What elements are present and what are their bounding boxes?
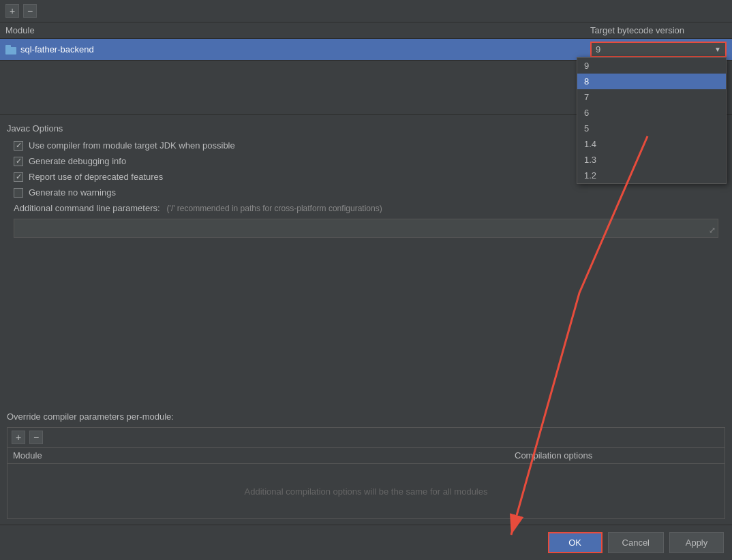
ok-button[interactable]: OK — [548, 532, 603, 553]
override-table-header: Module Compilation options — [7, 448, 725, 464]
bytecode-select[interactable]: 9 ▼ — [590, 42, 727, 57]
checkbox-compiler-jdk[interactable] — [14, 141, 23, 151]
checkbox-row-4: Generate no warnings — [7, 187, 725, 198]
cmdline-label: Additional command line parameters: — [14, 203, 160, 213]
expand-icon: ⤢ — [709, 225, 716, 235]
dropdown-item-12[interactable]: 1.2 — [577, 168, 726, 183]
override-title: Override compiler parameters per-module: — [7, 411, 725, 422]
checkbox-label-4: Generate no warnings — [29, 187, 116, 198]
dropdown-arrow-icon: ▼ — [714, 46, 721, 53]
dropdown-item-8[interactable]: 8 — [577, 74, 726, 89]
override-col-module-header: Module — [13, 450, 515, 461]
col-module-header: Module — [5, 25, 590, 35]
override-table: Module Compilation options Additional co… — [7, 447, 725, 519]
col-bytecode-header: Target bytecode version — [590, 25, 727, 35]
table-header: Module Target bytecode version — [0, 22, 732, 39]
override-section: Override compiler parameters per-module:… — [0, 406, 732, 525]
override-col-options-header: Compilation options — [515, 450, 719, 461]
apply-button[interactable]: Apply — [669, 532, 724, 553]
dropdown-item-7[interactable]: 7 — [577, 89, 726, 105]
bytecode-dropdown-wrapper: 9 ▼ 9 8 7 6 5 1.4 1.3 1.2 — [590, 42, 727, 57]
checkbox-debug[interactable] — [14, 157, 23, 166]
top-remove-button[interactable]: − — [23, 4, 37, 18]
cmdline-row: Additional command line parameters: ('/'… — [7, 203, 725, 213]
module-row[interactable]: sql-father-backend 9 ▼ 9 8 7 6 5 1.4 1.3… — [0, 39, 732, 60]
bytecode-dropdown-menu[interactable]: 9 8 7 6 5 1.4 1.3 1.2 — [577, 57, 727, 184]
dropdown-item-13[interactable]: 1.3 — [577, 152, 726, 168]
override-toolbar: + − — [7, 427, 725, 447]
checkbox-label-3: Report use of deprecated features — [29, 172, 163, 182]
module-name-label: sql-father-backend — [20, 44, 94, 55]
dropdown-item-5[interactable]: 5 — [577, 121, 726, 136]
checkbox-label-2: Generate debugging info — [29, 156, 126, 166]
override-add-button[interactable]: + — [12, 431, 25, 444]
dropdown-item-14[interactable]: 1.4 — [577, 136, 726, 152]
cancel-button[interactable]: Cancel — [608, 532, 664, 553]
checkbox-no-warnings[interactable] — [14, 188, 23, 198]
folder-icon — [5, 45, 16, 55]
top-add-button[interactable]: + — [5, 4, 19, 18]
override-empty-msg: Additional compilation options will be t… — [245, 486, 488, 497]
dropdown-item-6[interactable]: 6 — [577, 105, 726, 121]
cmdline-note: ('/' recommended in paths for cross-plat… — [167, 204, 382, 213]
override-table-body: Additional compilation options will be t… — [7, 464, 725, 518]
checkbox-deprecated[interactable] — [14, 172, 23, 182]
bottom-buttons: OK Cancel Apply — [0, 525, 732, 560]
checkbox-label-1: Use compiler from module target JDK when… — [29, 140, 235, 151]
cmdline-input[interactable] — [14, 219, 718, 238]
dialog: + − Module Target bytecode version sql-f… — [0, 0, 732, 560]
module-table: Module Target bytecode version sql-fathe… — [0, 22, 732, 61]
bytecode-current-value: 9 — [596, 44, 600, 55]
module-name: sql-father-backend — [5, 44, 590, 55]
top-toolbar: + − — [0, 0, 732, 22]
dropdown-item-9[interactable]: 9 — [577, 58, 726, 74]
override-remove-button[interactable]: − — [29, 431, 43, 444]
cmdline-input-wrapper: ⤢ — [14, 219, 718, 238]
